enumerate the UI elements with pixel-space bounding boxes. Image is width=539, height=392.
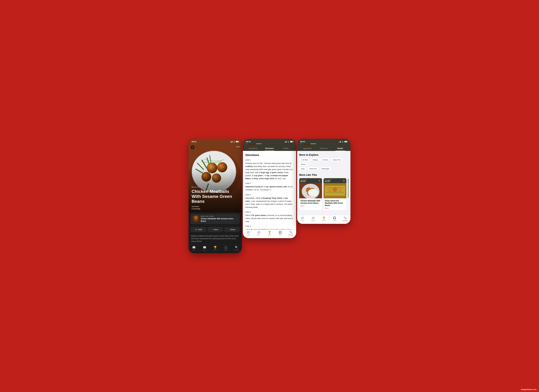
battery-icon-3 [344, 141, 347, 142]
audio-icon-3: 🎧 [333, 216, 336, 219]
share-button[interactable]: ↑ Share [224, 227, 240, 232]
tag-easy[interactable]: Easy [299, 167, 306, 170]
svg-rect-37 [326, 188, 344, 188]
share-label: Share [231, 229, 235, 230]
back-button-1[interactable]: ‹ [191, 145, 195, 149]
following-icon-2: 🔍 [289, 231, 293, 234]
timer-badge[interactable]: ⏱ 5 minute [259, 188, 270, 191]
tab-following-2[interactable]: 🔍 Following [285, 231, 296, 236]
audio-icon-2: 🎧 [279, 231, 282, 234]
share-icon: ↑ [229, 229, 230, 230]
audio-label-3: Audio [333, 220, 336, 221]
tags-row-1: < 30 Mins Baking Chicken Dairy-Free Dinn… [299, 158, 348, 166]
following-icon-3: 🔍 [344, 216, 347, 219]
tab-newsplus-1[interactable]: 📰 News+ [199, 246, 210, 251]
cook-icon: 🍴 [195, 229, 197, 230]
tab-newsplus-2[interactable]: 📰 News+ [254, 231, 264, 236]
details-content: More to Explore < 30 Mins Baking Chicken… [297, 151, 351, 215]
tab-sports-2[interactable]: 🏆 Sports [264, 231, 275, 236]
watermark: GadgetHacks.com [521, 388, 536, 391]
card-title-2: Herby Sheet-Pan Meatballs With Green Bea… [325, 200, 345, 207]
tab-newsplus-3[interactable]: 📰 News+ [308, 216, 318, 221]
screen1-recipe-overview: 09:41 ▲ ‹ ••• [188, 139, 242, 253]
time-1: 09:41 [192, 140, 196, 143]
tab-directions-2[interactable]: Directions [261, 146, 278, 151]
signal-icon-1 [230, 141, 232, 142]
tag-30mins[interactable]: < 30 Mins [299, 158, 310, 162]
card-brand-label-1: bon appétit RECIPE [300, 179, 307, 182]
battery-icon-1 [236, 141, 239, 142]
newsplus-icon-3: 📰 [312, 216, 315, 219]
tab-audio-2[interactable]: 🎧 Audio [275, 231, 285, 236]
tab-today-2[interactable]: 📰 Today [243, 231, 254, 236]
tab-directions-3[interactable]: Directions [316, 146, 332, 151]
more-like-this-section: More Like This bon appétit RECIPE 🍴 [299, 173, 348, 210]
directions-heading: Directions [245, 153, 294, 157]
signal-icon-3 [339, 141, 341, 142]
recipe-card-2[interactable]: bon appétit RECIPE 🍴 [323, 178, 346, 210]
tag-baking[interactable]: Baking [311, 158, 320, 162]
svg-rect-39 [348, 183, 348, 198]
tag-weeknight[interactable]: Weeknight [320, 167, 331, 170]
card-body-2: Herby Sheet-Pan Meatballs With Green Bea… [323, 198, 346, 210]
servings-label: SERVINGS [192, 206, 239, 207]
tab-sports-3[interactable]: 🏆 Sports [318, 216, 329, 221]
tab-ingredients-3[interactable]: Ingredients [299, 146, 316, 151]
tag-dinner[interactable]: Dinner [299, 163, 308, 166]
card-body-3: Chicken Green Broth News+ [348, 198, 348, 208]
newsplus-label-2: News+ [257, 234, 261, 236]
sports-icon-2: 🏆 [268, 231, 271, 234]
status-icons-3: ▲ [339, 141, 347, 143]
newsplus-label-3: News+ [311, 220, 315, 221]
story-card[interactable]: READ THE STORY Chicken Meatballs With Se… [191, 214, 240, 224]
sports-label-2: Sports [268, 234, 271, 236]
tab-details-2[interactable]: Details [278, 146, 294, 151]
wifi-icon-2: ▲ [288, 141, 289, 143]
apple-icon-1: News+ [300, 205, 305, 206]
tab-bar-2: 📰 Today 📰 News+ 🏆 Sports 🎧 Audio 🔍 Follo… [243, 229, 296, 238]
directions-content: Directions STEP 1 Preheat oven to 450°. … [243, 151, 296, 229]
tab-audio-1[interactable]: 🎧 Audio [221, 246, 231, 251]
following-label-1: Following [234, 249, 239, 251]
tab-bar-3: 📰 Today 📰 News+ 🏆 Sports 🎧 Audio 🔍 Follo… [297, 215, 351, 224]
cook-button[interactable]: 🍴 Cook [191, 227, 206, 232]
wifi-icon-3: ▲ [342, 141, 344, 143]
card-header-2: bon appétit RECIPE 🍴 [323, 178, 346, 183]
sports-label-1: Sports [213, 249, 217, 251]
story-label: READ THE STORY [201, 215, 236, 217]
step-text-4: Place 1 lb. green beans, trimmed, on a r… [245, 214, 294, 223]
save-button[interactable]: + Save [207, 227, 223, 232]
tab-ingredients-2[interactable]: Ingredients [245, 146, 261, 151]
status-bar-1: 09:41 ▲ [188, 139, 242, 143]
audio-label-2: Audio [279, 234, 282, 236]
tab-details-3[interactable]: Details [332, 146, 348, 151]
tab-audio-3[interactable]: 🎧 Audio [329, 216, 340, 221]
card-body-1: Chicken Meatballs With Sesame Green Bean… [299, 198, 322, 208]
recipe-cards-row: bon appétit RECIPE 🍴 [299, 178, 348, 210]
tab-today-3[interactable]: 📰 Today [297, 216, 308, 221]
signal-icon-2 [284, 141, 287, 142]
utensil-icon-2: 🍴 [343, 179, 345, 182]
action-buttons: 🍴 Cook + Save ↑ Share [188, 225, 242, 234]
tab-following-1[interactable]: 🔍 Following [231, 246, 242, 251]
recipe-card-1[interactable]: bon appétit RECIPE 🍴 [299, 178, 322, 210]
save-icon: + [212, 229, 213, 230]
following-icon-1: 🔍 [235, 246, 238, 249]
following-label-3: Following [342, 220, 348, 221]
tag-dairyfree[interactable]: Dairy-Free [331, 158, 342, 162]
step-label-4: STEP 4 [245, 211, 294, 213]
tags-row-2: Easy Sheet Pan Weeknight [299, 167, 348, 170]
tag-chicken[interactable]: Chicken [321, 158, 330, 162]
today-label-2: Today [246, 234, 250, 236]
tab-following-3[interactable]: 🔍 Following [340, 216, 351, 221]
tag-sheetpan[interactable]: Sheet Pan [308, 167, 319, 170]
status-icons-2: ▲ [284, 141, 293, 143]
tab-sports-1[interactable]: 🏆 Sports [210, 246, 221, 251]
step-label-5: STEP 5 [245, 225, 294, 227]
utensil-icon-1: 🍴 [318, 179, 321, 182]
tab-today-1[interactable]: 📰 Today [188, 246, 199, 251]
more-button-1[interactable]: ••• [236, 145, 240, 148]
card-food-svg-3 [348, 183, 348, 198]
svg-point-34 [327, 188, 332, 193]
recipe-card-3[interactable]: bon a... RECIP... Chic [348, 178, 348, 210]
